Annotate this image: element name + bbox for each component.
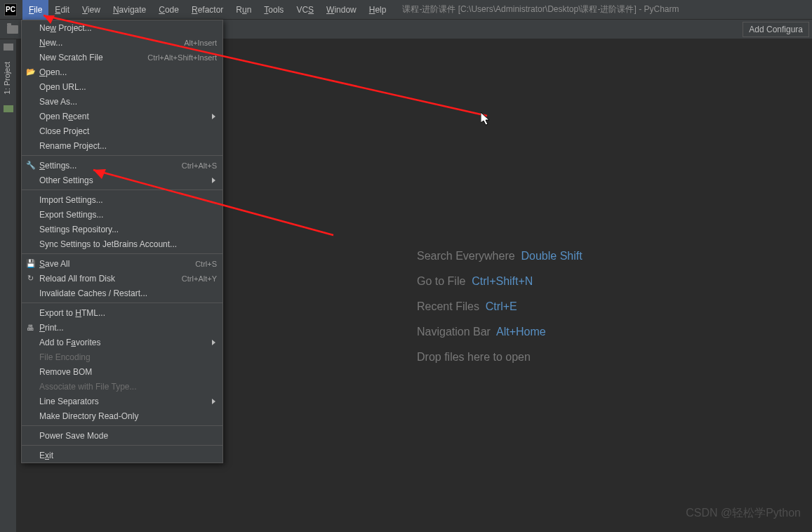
wrench-icon: 🔧 [26,161,35,170]
welcome-tips: Search Everywhere Double Shift Go to Fil… [417,250,583,376]
menu-export-settings[interactable]: Export Settings... [22,207,222,222]
menu-rename-project[interactable]: Rename Project... [22,138,222,153]
menu-new-project[interactable]: New Project... [22,20,222,35]
separator [22,253,222,254]
left-tool-strip: 1: Project [0,39,17,532]
menu-navigate[interactable]: Navigate [107,0,152,20]
window-title: 课程-进阶课件 [C:\Users\Administrator\Desktop\… [402,4,679,15]
menu-open-recent[interactable]: Open Recent [22,109,222,124]
tip-drop: Drop files here to open [417,351,583,364]
menu-sync-settings[interactable]: Sync Settings to JetBrains Account... [22,237,222,251]
print-icon: 🖶 [26,323,35,332]
file-menu-dropdown: New Project... New...Alt+Insert New Scra… [21,20,223,463]
reload-icon: ↻ [26,274,35,283]
menu-power-save[interactable]: Power Save Mode [22,428,222,443]
menu-open-url[interactable]: Open URL... [22,79,222,94]
menu-print[interactable]: 🖶Print... [22,320,222,335]
menu-remove-bom[interactable]: Remove BOM [22,364,222,379]
tip-goto: Go to File Ctrl+Shift+N [417,275,583,288]
menu-window[interactable]: Window [320,0,363,20]
menu-reload-all[interactable]: ↻Reload All from DiskCtrl+Alt+Y [22,271,222,286]
menu-refactor[interactable]: Refactor [185,0,229,20]
menu-vcs[interactable]: VCS [290,0,320,20]
separator [22,445,222,446]
folder-open-icon: 📂 [26,67,35,77]
add-configuration-button[interactable]: Add Configura [743,22,809,37]
save-icon: 💾 [26,259,35,268]
menu-settings[interactable]: 🔧Settings...Ctrl+Alt+S [22,158,222,173]
separator [22,425,222,426]
menu-line-separators[interactable]: Line Separators [22,394,222,408]
chevron-right-icon [212,178,215,183]
menu-make-readonly[interactable]: Make Directory Read-Only [22,408,222,423]
app-icon: PC [4,4,17,16]
menu-export-html[interactable]: Export to HTML... [22,305,222,320]
project-tool-tab[interactable]: 1: Project [0,55,14,101]
watermark: CSDN @轻松学Python [686,506,801,521]
menu-run[interactable]: Run [229,0,258,20]
menu-help[interactable]: Help [363,0,393,20]
menu-open[interactable]: 📂Open... [22,65,222,79]
tip-recent: Recent Files Ctrl+E [417,300,583,313]
menu-import-settings[interactable]: Import Settings... [22,192,222,207]
chevron-right-icon [212,114,215,119]
menu-settings-repo[interactable]: Settings Repository... [22,222,222,237]
menu-new[interactable]: New...Alt+Insert [22,35,222,50]
menu-save-as[interactable]: Save As... [22,94,222,109]
menubar: PC File Edit View Navigate Code Refactor… [0,0,812,20]
tip-search: Search Everywhere Double Shift [417,250,583,262]
menu-edit[interactable]: Edit [48,0,76,20]
menu-assoc-filetype: Associate with File Type... [22,379,222,394]
separator [22,189,222,190]
menu-file[interactable]: File [22,0,48,20]
chevron-right-icon [212,340,215,345]
chevron-right-icon [212,399,215,404]
tool-icon [4,105,13,112]
menu-invalidate[interactable]: Invalidate Caches / Restart... [22,286,222,300]
tip-nav: Navigation Bar Alt+Home [417,326,583,338]
menu-tools[interactable]: Tools [258,0,290,20]
menu-add-favorites[interactable]: Add to Favorites [22,335,222,350]
menu-save-all[interactable]: 💾Save AllCtrl+S [22,256,222,271]
menu-exit[interactable]: Exit [22,448,222,463]
folder-icon [7,25,18,34]
tool-icon [4,44,13,51]
menu-other-settings[interactable]: Other Settings [22,173,222,187]
separator [22,302,222,303]
menu-file-encoding: File Encoding [22,350,222,364]
separator [22,155,222,156]
menu-close-project[interactable]: Close Project [22,124,222,138]
menu-view[interactable]: View [76,0,107,20]
menu-new-scratch[interactable]: New Scratch FileCtrl+Alt+Shift+Insert [22,50,222,65]
menu-code[interactable]: Code [152,0,185,20]
